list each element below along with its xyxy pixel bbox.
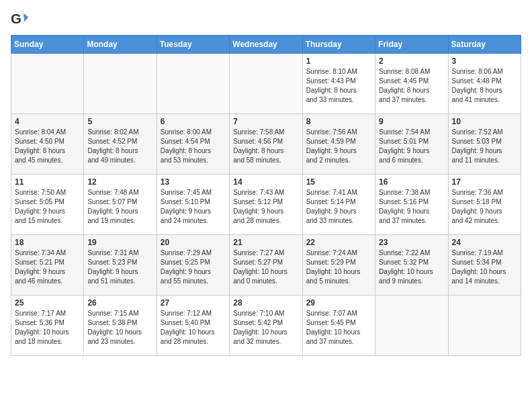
calendar-week-4: 18Sunrise: 7:34 AM Sunset: 5:21 PM Dayli… <box>11 235 521 295</box>
day-info: Sunrise: 7:07 AM Sunset: 5:45 PM Dayligh… <box>306 309 371 347</box>
day-info: Sunrise: 7:43 AM Sunset: 5:12 PM Dayligh… <box>233 188 298 226</box>
calendar-cell: 8Sunrise: 7:56 AM Sunset: 4:59 PM Daylig… <box>302 114 375 175</box>
calendar-table: SundayMondayTuesdayWednesdayThursdayFrid… <box>11 35 521 356</box>
svg-text:G: G <box>11 11 21 26</box>
svg-marker-1 <box>24 13 28 22</box>
calendar-cell: 2Sunrise: 8:08 AM Sunset: 4:45 PM Daylig… <box>375 54 448 114</box>
day-header-sunday: Sunday <box>11 36 84 54</box>
day-info: Sunrise: 7:58 AM Sunset: 4:56 PM Dayligh… <box>233 128 298 165</box>
day-info: Sunrise: 7:22 AM Sunset: 5:32 PM Dayligh… <box>379 248 444 286</box>
calendar-cell: 26Sunrise: 7:15 AM Sunset: 5:38 PM Dayli… <box>84 295 157 356</box>
calendar-cell: 3Sunrise: 8:06 AM Sunset: 4:48 PM Daylig… <box>448 54 521 114</box>
calendar-cell <box>375 295 448 356</box>
day-number: 8 <box>306 117 371 126</box>
day-number: 17 <box>452 177 517 187</box>
page-header: G <box>11 11 521 30</box>
day-info: Sunrise: 7:41 AM Sunset: 5:14 PM Dayligh… <box>306 188 371 226</box>
day-info: Sunrise: 7:19 AM Sunset: 5:34 PM Dayligh… <box>452 248 517 286</box>
day-header-saturday: Saturday <box>448 36 521 54</box>
calendar-cell: 4Sunrise: 8:04 AM Sunset: 4:50 PM Daylig… <box>11 114 84 175</box>
day-info: Sunrise: 8:06 AM Sunset: 4:48 PM Dayligh… <box>452 67 517 105</box>
day-number: 24 <box>452 238 517 247</box>
day-info: Sunrise: 7:52 AM Sunset: 5:03 PM Dayligh… <box>452 128 517 165</box>
day-header-tuesday: Tuesday <box>157 36 229 54</box>
calendar-cell: 14Sunrise: 7:43 AM Sunset: 5:12 PM Dayli… <box>230 175 302 235</box>
calendar-cell <box>157 54 229 114</box>
day-info: Sunrise: 7:48 AM Sunset: 5:07 PM Dayligh… <box>87 188 152 226</box>
day-header-wednesday: Wednesday <box>230 36 302 54</box>
day-number: 1 <box>306 56 371 66</box>
day-info: Sunrise: 7:15 AM Sunset: 5:38 PM Dayligh… <box>87 309 152 347</box>
logo-icon: G <box>11 11 30 30</box>
calendar-cell: 11Sunrise: 7:50 AM Sunset: 5:05 PM Dayli… <box>11 175 84 235</box>
day-number: 22 <box>306 238 371 247</box>
day-number: 19 <box>87 238 152 247</box>
day-info: Sunrise: 7:54 AM Sunset: 5:01 PM Dayligh… <box>379 128 444 165</box>
calendar-week-1: 1Sunrise: 8:10 AM Sunset: 4:43 PM Daylig… <box>11 54 521 114</box>
day-number: 27 <box>161 298 226 308</box>
day-info: Sunrise: 7:50 AM Sunset: 5:05 PM Dayligh… <box>15 188 80 226</box>
calendar-cell <box>11 54 84 114</box>
calendar-cell <box>230 54 302 114</box>
day-number: 14 <box>233 177 298 187</box>
day-number: 3 <box>452 56 517 66</box>
day-number: 2 <box>379 56 444 66</box>
day-info: Sunrise: 7:24 AM Sunset: 5:29 PM Dayligh… <box>306 248 371 286</box>
day-number: 26 <box>87 298 152 308</box>
day-number: 12 <box>87 177 152 187</box>
calendar-cell: 23Sunrise: 7:22 AM Sunset: 5:32 PM Dayli… <box>375 235 448 295</box>
calendar-header-row: SundayMondayTuesdayWednesdayThursdayFrid… <box>11 36 521 54</box>
day-header-friday: Friday <box>375 36 448 54</box>
day-number: 9 <box>379 117 444 126</box>
calendar-cell: 6Sunrise: 8:00 AM Sunset: 4:54 PM Daylig… <box>157 114 229 175</box>
day-number: 15 <box>306 177 371 187</box>
calendar-cell: 9Sunrise: 7:54 AM Sunset: 5:01 PM Daylig… <box>375 114 448 175</box>
day-info: Sunrise: 7:12 AM Sunset: 5:40 PM Dayligh… <box>161 309 226 347</box>
calendar-cell: 21Sunrise: 7:27 AM Sunset: 5:27 PM Dayli… <box>230 235 302 295</box>
day-info: Sunrise: 7:36 AM Sunset: 5:18 PM Dayligh… <box>452 188 517 226</box>
day-info: Sunrise: 7:56 AM Sunset: 4:59 PM Dayligh… <box>306 128 371 165</box>
day-number: 6 <box>161 117 226 126</box>
day-info: Sunrise: 7:34 AM Sunset: 5:21 PM Dayligh… <box>15 248 80 286</box>
calendar-cell: 13Sunrise: 7:45 AM Sunset: 5:10 PM Dayli… <box>157 175 229 235</box>
logo: G <box>11 11 32 30</box>
day-info: Sunrise: 7:10 AM Sunset: 5:42 PM Dayligh… <box>233 309 298 347</box>
calendar-cell: 5Sunrise: 8:02 AM Sunset: 4:52 PM Daylig… <box>84 114 157 175</box>
day-number: 28 <box>233 298 298 308</box>
calendar-week-3: 11Sunrise: 7:50 AM Sunset: 5:05 PM Dayli… <box>11 175 521 235</box>
calendar-cell: 10Sunrise: 7:52 AM Sunset: 5:03 PM Dayli… <box>448 114 521 175</box>
calendar-cell: 25Sunrise: 7:17 AM Sunset: 5:36 PM Dayli… <box>11 295 84 356</box>
calendar-cell: 19Sunrise: 7:31 AM Sunset: 5:23 PM Dayli… <box>84 235 157 295</box>
day-number: 11 <box>15 177 80 187</box>
calendar-cell <box>84 54 157 114</box>
day-number: 25 <box>15 298 80 308</box>
calendar-week-2: 4Sunrise: 8:04 AM Sunset: 4:50 PM Daylig… <box>11 114 521 175</box>
calendar-cell: 24Sunrise: 7:19 AM Sunset: 5:34 PM Dayli… <box>448 235 521 295</box>
day-number: 16 <box>379 177 444 187</box>
day-number: 10 <box>452 117 517 126</box>
day-info: Sunrise: 7:45 AM Sunset: 5:10 PM Dayligh… <box>161 188 226 226</box>
calendar-cell: 20Sunrise: 7:29 AM Sunset: 5:25 PM Dayli… <box>157 235 229 295</box>
day-header-thursday: Thursday <box>302 36 375 54</box>
calendar-cell: 7Sunrise: 7:58 AM Sunset: 4:56 PM Daylig… <box>230 114 302 175</box>
day-number: 21 <box>233 238 298 247</box>
day-info: Sunrise: 7:17 AM Sunset: 5:36 PM Dayligh… <box>15 309 80 347</box>
day-number: 18 <box>15 238 80 247</box>
calendar-cell: 28Sunrise: 7:10 AM Sunset: 5:42 PM Dayli… <box>230 295 302 356</box>
day-number: 5 <box>87 117 152 126</box>
day-number: 13 <box>161 177 226 187</box>
day-info: Sunrise: 8:02 AM Sunset: 4:52 PM Dayligh… <box>87 128 152 165</box>
calendar-cell: 12Sunrise: 7:48 AM Sunset: 5:07 PM Dayli… <box>84 175 157 235</box>
day-info: Sunrise: 8:00 AM Sunset: 4:54 PM Dayligh… <box>161 128 226 165</box>
day-number: 20 <box>161 238 226 247</box>
calendar-cell: 18Sunrise: 7:34 AM Sunset: 5:21 PM Dayli… <box>11 235 84 295</box>
calendar-week-5: 25Sunrise: 7:17 AM Sunset: 5:36 PM Dayli… <box>11 295 521 356</box>
day-number: 23 <box>379 238 444 247</box>
day-info: Sunrise: 8:08 AM Sunset: 4:45 PM Dayligh… <box>379 67 444 105</box>
day-number: 29 <box>306 298 371 308</box>
day-info: Sunrise: 8:04 AM Sunset: 4:50 PM Dayligh… <box>15 128 80 165</box>
calendar-cell: 16Sunrise: 7:38 AM Sunset: 5:16 PM Dayli… <box>375 175 448 235</box>
day-info: Sunrise: 7:29 AM Sunset: 5:25 PM Dayligh… <box>161 248 226 286</box>
day-info: Sunrise: 7:31 AM Sunset: 5:23 PM Dayligh… <box>87 248 152 286</box>
day-number: 4 <box>15 117 80 126</box>
